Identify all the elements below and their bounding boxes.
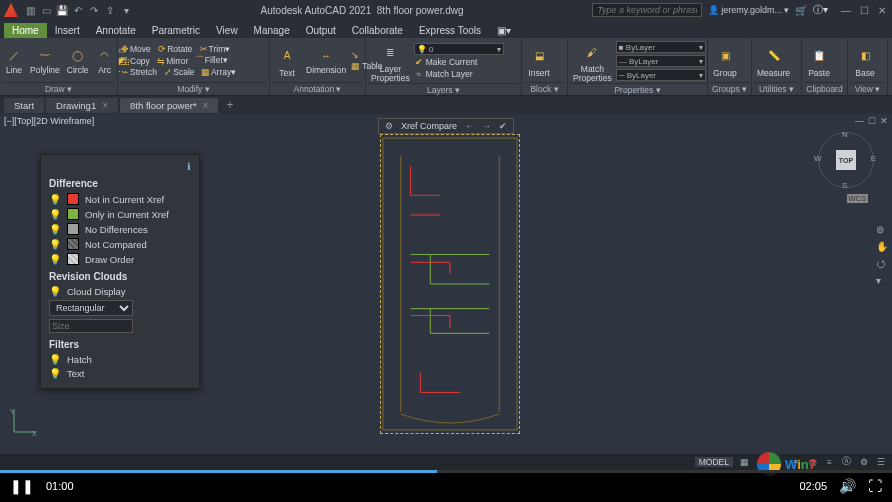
tab-view[interactable]: View — [208, 23, 246, 38]
close-icon[interactable]: × — [203, 100, 209, 111]
measure-button[interactable]: 📏Measure — [754, 43, 793, 79]
cloud-shape-select[interactable]: Rectangular — [49, 300, 133, 316]
diff-not-compared[interactable]: 💡Not Compared — [49, 238, 191, 250]
pan-icon[interactable]: ✋ — [876, 241, 888, 252]
bulb-icon[interactable]: 💡 — [49, 254, 61, 265]
panel-modify-title[interactable]: Modify ▾ — [120, 82, 267, 94]
wcs-label[interactable]: WCS — [847, 194, 869, 203]
user-menu[interactable]: 👤 jeremy.goldm... ▾ — [708, 5, 789, 15]
panel-clipboard-title[interactable]: Clipboard ▾ — [804, 82, 845, 94]
accept-icon[interactable]: ✔ — [499, 121, 507, 131]
customize-icon[interactable]: ☰ — [875, 457, 886, 467]
bulb-icon[interactable]: 💡 — [49, 239, 61, 250]
panel-utilities-title[interactable]: Utilities ▾ — [754, 82, 799, 94]
info-icon[interactable]: ⓘ▾ — [813, 3, 828, 17]
panel-annotation-title[interactable]: Annotation ▾ — [272, 82, 363, 94]
filter-hatch[interactable]: 💡Hatch — [49, 354, 191, 365]
fillet-button[interactable]: ⌒Fillet▾ — [195, 55, 228, 66]
gear-icon[interactable]: ⚙ — [385, 121, 393, 131]
copy-button[interactable]: ⿻Copy — [120, 56, 150, 66]
trim-button[interactable]: ✂Trim▾ — [199, 44, 231, 54]
panel-block-title[interactable]: Block ▾ — [524, 82, 565, 94]
dimension-button[interactable]: ↔Dimension — [303, 46, 349, 76]
tab-insert[interactable]: Insert — [47, 23, 88, 38]
color-combo[interactable]: ■ ByLayer▾ — [616, 41, 706, 53]
next-icon[interactable]: → — [482, 121, 491, 131]
qat-save-icon[interactable]: 💾 — [56, 4, 68, 16]
close-icon[interactable]: × — [102, 100, 108, 111]
tab-manage[interactable]: Manage — [246, 23, 298, 38]
panel-view-title[interactable]: View ▾ — [850, 82, 885, 94]
tab-focus[interactable]: ▣▾ — [489, 23, 519, 38]
doctab-start[interactable]: Start — [4, 98, 44, 113]
group-button[interactable]: ▣Group — [710, 43, 740, 79]
bulb-icon[interactable]: 💡 — [49, 194, 61, 205]
annoscale-icon[interactable]: Ⓐ — [841, 456, 852, 468]
vp-max-icon[interactable]: ☐ — [868, 116, 876, 126]
panel-layers-title[interactable]: Layers ▾ — [368, 83, 519, 95]
palette-options-icon[interactable]: ℹ — [187, 161, 191, 172]
cloud-display[interactable]: 💡Cloud Display — [49, 286, 191, 297]
array-button[interactable]: ▦Array▾ — [201, 67, 236, 77]
stretch-button[interactable]: ↔Stretch — [120, 67, 157, 77]
polyline-button[interactable]: 〰Polyline — [27, 46, 63, 76]
tab-output[interactable]: Output — [298, 23, 344, 38]
close-icon[interactable]: ✕ — [876, 4, 888, 16]
line-button[interactable]: ／Line — [2, 46, 26, 76]
nav-more-icon[interactable]: ▾ — [876, 275, 888, 286]
qat-redo-icon[interactable]: ↷ — [88, 4, 100, 16]
lineweight-icon[interactable]: ≡ — [824, 457, 835, 467]
layer-combo[interactable]: 💡 0▾ — [414, 43, 504, 55]
text-button[interactable]: AText — [272, 43, 302, 79]
pause-button[interactable]: ❚❚ — [10, 478, 34, 494]
video-progress[interactable] — [0, 470, 892, 473]
rotate-button[interactable]: ⟳Rotate — [157, 44, 192, 54]
mirror-button[interactable]: ⇋Mirror — [156, 56, 188, 66]
tab-collaborate[interactable]: Collaborate — [344, 23, 411, 38]
workspace-icon[interactable]: ⚙ — [858, 457, 869, 467]
qat-open-icon[interactable]: ▭ — [40, 4, 52, 16]
diff-only-in-current[interactable]: 💡Only in Current Xref — [49, 208, 191, 220]
minimize-icon[interactable]: — — [840, 4, 852, 16]
bulb-icon[interactable]: 💡 — [49, 368, 61, 379]
maximize-icon[interactable]: ☐ — [858, 4, 870, 16]
drawing-area[interactable]: [−][Top][2D Wireframe] — ☐ ✕ ⚙ Xref Comp… — [0, 114, 892, 454]
view-cube[interactable]: TOP N S E W — [818, 132, 874, 188]
model-space-button[interactable]: MODEL — [695, 457, 733, 467]
tab-annotate[interactable]: Annotate — [88, 23, 144, 38]
tab-expresstools[interactable]: Express Tools — [411, 23, 489, 38]
grid-icon[interactable]: ▦ — [739, 457, 750, 467]
doctab-8thfloor[interactable]: 8th floor power*× — [120, 98, 218, 113]
bulb-icon[interactable]: 💡 — [49, 286, 61, 297]
scale-button[interactable]: ⤢Scale — [163, 67, 194, 77]
base-button[interactable]: ◧Base — [850, 43, 880, 79]
match-layer-button[interactable]: ≈Match Layer — [414, 69, 504, 79]
move-button[interactable]: ✥Move — [120, 44, 151, 54]
panel-properties-title[interactable]: Properties ▾ — [570, 83, 705, 95]
search-input[interactable] — [592, 3, 702, 17]
bulb-icon[interactable]: 💡 — [49, 224, 61, 235]
circle-button[interactable]: ◯Circle — [64, 46, 92, 76]
bulb-icon[interactable]: 💡 — [49, 209, 61, 220]
lineweight-combo[interactable]: — ByLayer▾ — [616, 55, 706, 67]
cloud-size-input[interactable] — [49, 319, 133, 333]
steering-wheel-icon[interactable]: ⊚ — [876, 224, 888, 235]
prev-icon[interactable]: ← — [465, 121, 474, 131]
bulb-icon[interactable]: 💡 — [49, 354, 61, 365]
doctab-drawing1[interactable]: Drawing1× — [46, 98, 118, 113]
layer-properties-button[interactable]: ≣Layer Properties — [368, 39, 413, 83]
qat-dropdown-icon[interactable]: ▾ — [120, 4, 132, 16]
insert-button[interactable]: ⬓Insert — [524, 43, 554, 79]
difference-palette[interactable]: ℹ Difference 💡Not in Current Xref 💡Only … — [40, 154, 200, 389]
panel-groups-title[interactable]: Groups ▾ — [710, 82, 749, 94]
linetype-combo[interactable]: ─ ByLayer▾ — [616, 69, 706, 81]
vp-min-icon[interactable]: — — [855, 116, 864, 126]
viewcube-face[interactable]: TOP — [836, 150, 856, 170]
new-tab-button[interactable]: + — [220, 98, 239, 112]
vp-close-icon[interactable]: ✕ — [880, 116, 888, 126]
fullscreen-icon[interactable]: ⛶ — [868, 478, 882, 494]
diff-not-in-current[interactable]: 💡Not in Current Xref — [49, 193, 191, 205]
tab-parametric[interactable]: Parametric — [144, 23, 208, 38]
match-properties-button[interactable]: 🖌Match Properties — [570, 39, 615, 83]
viewport-label[interactable]: [−][Top][2D Wireframe] — [4, 116, 94, 126]
